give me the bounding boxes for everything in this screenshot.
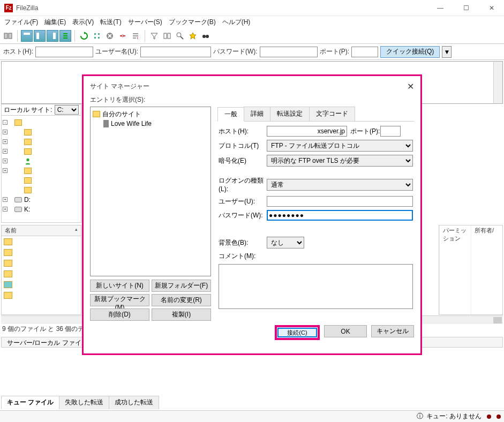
ok-button[interactable]: OK bbox=[324, 325, 367, 337]
new-site-button[interactable]: 新しいサイト(N) bbox=[90, 280, 149, 292]
delete-button[interactable]: 削除(D) bbox=[90, 308, 149, 321]
window-title: FileZilla bbox=[16, 4, 38, 12]
tab-transfer[interactable]: 転送設定 bbox=[270, 107, 310, 121]
titlebar: Fz FileZilla — ☐ ✕ bbox=[0, 0, 504, 16]
quickconnect-dropdown[interactable]: ▼ bbox=[442, 46, 452, 58]
toggle-log-icon[interactable] bbox=[21, 30, 33, 42]
local-site-select[interactable]: C: bbox=[55, 105, 79, 115]
port-input[interactable] bbox=[351, 47, 378, 57]
owner-column[interactable]: 所有者/ bbox=[471, 225, 502, 314]
svg-rect-4 bbox=[53, 33, 56, 39]
queue-col-server[interactable]: サーバー/ローカル ファイル bbox=[2, 337, 94, 347]
password-input[interactable] bbox=[260, 47, 318, 57]
sm-host-label: ホスト(H): bbox=[219, 127, 267, 136]
menu-help[interactable]: ヘルプ(H) bbox=[219, 16, 254, 28]
app-icon: Fz bbox=[4, 4, 13, 12]
port-label: ポート(P): bbox=[320, 47, 349, 56]
site-tree[interactable]: 自分のサイト Love Wife Life bbox=[90, 107, 211, 276]
tab-failed[interactable]: 失敗した転送 bbox=[59, 396, 109, 409]
filter-icon[interactable] bbox=[148, 30, 160, 42]
cancel-icon[interactable] bbox=[104, 30, 116, 42]
reconnect-icon[interactable] bbox=[130, 30, 141, 42]
toggle-queue-icon[interactable] bbox=[59, 30, 71, 42]
menu-view[interactable]: 表示(V) bbox=[69, 16, 97, 28]
dialog-close-icon[interactable]: ✕ bbox=[407, 81, 414, 92]
sm-encryption-select[interactable]: 明示的な FTP over TLS が必要 bbox=[267, 155, 413, 167]
close-button[interactable]: ✕ bbox=[484, 4, 500, 12]
cancel-button[interactable]: キャンセル bbox=[371, 325, 414, 337]
username-input[interactable] bbox=[140, 47, 211, 57]
new-bookmark-button[interactable]: 新規ブックマーク(M) bbox=[90, 294, 149, 306]
sm-user-input[interactable] bbox=[267, 196, 413, 207]
tab-queue-files[interactable]: キュー ファイル bbox=[1, 396, 59, 409]
sm-bgcolor-label: 背景色(B): bbox=[219, 238, 267, 247]
connect-button[interactable]: 接続(C) bbox=[277, 328, 317, 337]
pass-label: パスワード(W): bbox=[213, 47, 258, 56]
menu-server[interactable]: サーバー(S) bbox=[125, 16, 166, 28]
queue-tabs: キュー ファイル 失敗した転送 成功した転送 bbox=[1, 396, 159, 409]
sm-protocol-select[interactable]: FTP - ファイル転送プロトコル bbox=[267, 140, 413, 152]
svg-rect-3 bbox=[36, 33, 39, 39]
permission-column[interactable]: パーミッション bbox=[439, 225, 471, 314]
rename-button[interactable]: 名前の変更(R) bbox=[152, 294, 211, 306]
menubar: ファイル(F) 編集(E) 表示(V) 転送(T) サーバー(S) ブックマーク… bbox=[0, 16, 504, 28]
help-icon[interactable]: ⓘ bbox=[417, 412, 423, 421]
sm-user-label: ユーザー(U): bbox=[219, 197, 267, 206]
statusbar: ⓘ キュー: ありません bbox=[0, 410, 504, 422]
sync-browse-icon[interactable] bbox=[174, 30, 186, 42]
svg-rect-7 bbox=[164, 33, 167, 39]
drive-d[interactable]: D: bbox=[24, 196, 31, 204]
toggle-remote-tree-icon[interactable] bbox=[47, 30, 58, 42]
host-label: ホスト(H): bbox=[3, 47, 33, 56]
sm-bgcolor-select[interactable]: なし bbox=[267, 237, 304, 248]
refresh-icon[interactable] bbox=[78, 30, 90, 42]
host-input[interactable] bbox=[35, 47, 93, 57]
search-icon[interactable] bbox=[187, 30, 199, 42]
quickconnect-button[interactable]: クイック接続(Q) bbox=[380, 46, 440, 58]
new-folder-button[interactable]: 新規フォルダー(F) bbox=[152, 280, 211, 292]
menu-transfer[interactable]: 転送(T) bbox=[97, 16, 124, 28]
sm-pass-input[interactable] bbox=[267, 210, 413, 221]
compare-icon[interactable] bbox=[161, 30, 173, 42]
sm-port-label: ポート(P): bbox=[350, 127, 380, 136]
tab-charset[interactable]: 文字コード bbox=[309, 107, 355, 121]
svg-point-12 bbox=[26, 159, 29, 161]
svg-rect-0 bbox=[4, 33, 7, 39]
drive-k[interactable]: K: bbox=[24, 206, 30, 213]
process-queue-icon[interactable] bbox=[91, 30, 103, 42]
settings-tabs: 一般 詳細 転送設定 文字コード bbox=[217, 107, 414, 122]
svg-point-11 bbox=[206, 35, 209, 38]
duplicate-button[interactable]: 複製(I) bbox=[152, 308, 211, 321]
minimize-button[interactable]: — bbox=[432, 4, 448, 12]
maximize-button[interactable]: ☐ bbox=[458, 4, 474, 12]
my-sites-folder[interactable]: 自分のサイト bbox=[93, 109, 208, 119]
menu-bookmarks[interactable]: ブックマーク(B) bbox=[166, 16, 219, 28]
sm-comment-input[interactable] bbox=[219, 264, 413, 309]
sm-port-input[interactable] bbox=[380, 126, 401, 137]
local-tree[interactable]: - + + + + + +D: +K: bbox=[1, 116, 81, 223]
sm-host-input[interactable] bbox=[267, 126, 347, 137]
sm-protocol-label: プロトコル(T) bbox=[219, 141, 267, 150]
disconnect-icon[interactable] bbox=[117, 30, 129, 42]
svg-rect-8 bbox=[168, 33, 170, 39]
sm-logon-label: ログオンの種類(L): bbox=[219, 176, 267, 193]
sm-logon-select[interactable]: 通常 bbox=[267, 179, 413, 191]
queue-status: キュー: ありません bbox=[426, 412, 482, 421]
dialog-title: サイト マネージャー bbox=[90, 82, 149, 91]
binoculars-icon[interactable] bbox=[200, 30, 212, 42]
tab-advanced[interactable]: 詳細 bbox=[244, 107, 270, 121]
menu-edit[interactable]: 編集(E) bbox=[41, 16, 69, 28]
local-site-label: ローカル サイト: bbox=[4, 106, 52, 115]
tab-general[interactable]: 一般 bbox=[217, 107, 244, 122]
toggle-local-tree-icon[interactable] bbox=[34, 30, 46, 42]
site-manager-icon[interactable] bbox=[2, 30, 14, 42]
menu-file[interactable]: ファイル(F) bbox=[1, 16, 41, 28]
local-file-list[interactable]: 名前 bbox=[1, 225, 81, 315]
name-column-header[interactable]: 名前 bbox=[2, 225, 81, 236]
sm-encryption-label: 暗号化(E) bbox=[219, 156, 267, 165]
toolbar bbox=[0, 28, 504, 44]
tab-success[interactable]: 成功した転送 bbox=[109, 396, 159, 409]
site-entry[interactable]: Love Wife Life bbox=[93, 119, 208, 129]
svg-rect-2 bbox=[24, 33, 30, 35]
user-label: ユーザー名(U): bbox=[95, 47, 138, 56]
